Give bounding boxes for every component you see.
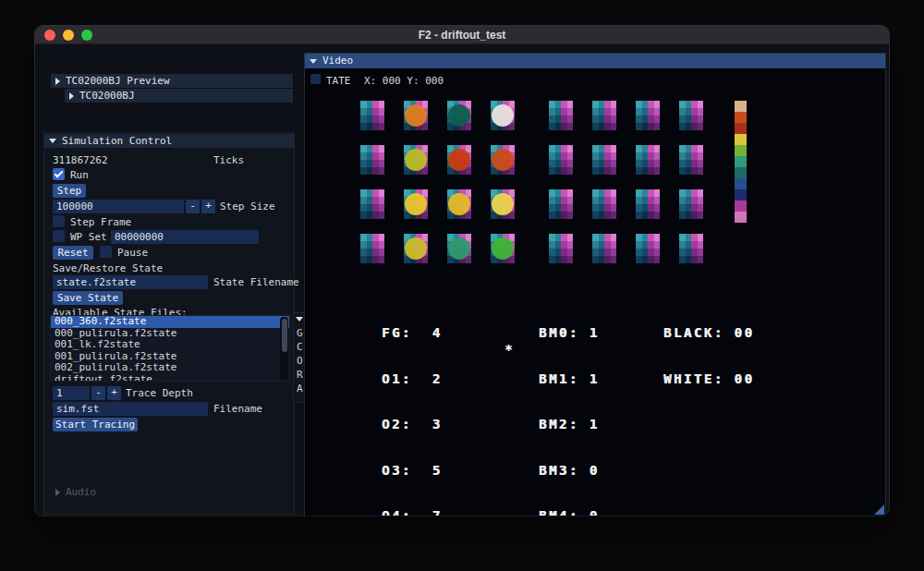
window-resize-grip[interactable]: [874, 504, 884, 515]
pattern-tile: [592, 234, 616, 263]
sprite-blob: [405, 149, 427, 171]
readout-line: WHITE: 00: [663, 371, 764, 387]
state-filename-input[interactable]: state.f2state: [53, 275, 208, 289]
sprite-blob: [492, 237, 514, 260]
chip-collapsing-header[interactable]: TC02000BJ: [65, 89, 293, 103]
save-state-button[interactable]: Save State: [53, 291, 123, 305]
app-window: F2 - driftout_test TC02000BJ Preview TC0…: [35, 26, 889, 516]
pattern-tile: [360, 101, 384, 130]
cursor-marker: *: [505, 342, 515, 358]
state-filename-label: State Filename: [213, 276, 299, 288]
layer-priority-readout: FG: 4 O1: 2 O2: 3 O3: 5 O4: 7 RZ: 0: [382, 295, 482, 516]
pattern-tile: [360, 234, 384, 263]
sprite-blob: [448, 104, 470, 127]
step-button[interactable]: Step: [53, 184, 86, 198]
pattern-tile: [679, 101, 703, 130]
pattern-tile: [636, 189, 660, 219]
state-file-item[interactable]: driftout.f2state: [51, 374, 289, 382]
occluded-label-fragment: R: [297, 369, 303, 381]
pattern-tile: [592, 101, 616, 130]
trace-filename-input[interactable]: sim.fst: [53, 402, 208, 416]
listbox-scrollbar[interactable]: [280, 317, 288, 380]
readout-line: FG: 4: [382, 325, 482, 341]
sprite-blob: [448, 237, 470, 260]
collapsed-arrow-icon: [55, 489, 60, 496]
wp-value-input[interactable]: 00000000: [111, 230, 259, 244]
step-size-label: Step Size: [220, 200, 275, 213]
expanded-arrow-icon: [296, 317, 303, 322]
readout-line: O2: 3: [382, 417, 482, 432]
preview-header-label: TC02000BJ Preview: [66, 74, 170, 88]
video-window-titlebar[interactable]: Video: [305, 54, 885, 68]
step-size-input[interactable]: 100000: [53, 200, 184, 213]
pattern-tile: [679, 234, 703, 263]
occluded-label-fragment: A: [297, 383, 303, 395]
simulation-control-header[interactable]: Simulation Control: [44, 134, 294, 148]
window-titlebar[interactable]: F2 - driftout_test: [35, 26, 889, 44]
occluded-label-fragment: O: [297, 355, 303, 367]
run-checkbox[interactable]: [53, 168, 65, 180]
palette-color-cell: [735, 156, 747, 167]
sprite-blob: [405, 193, 427, 215]
video-window-title: Video: [322, 54, 353, 68]
sprite-blob: [448, 149, 470, 171]
readout-line: BLACK: 00: [663, 325, 764, 341]
expanded-arrow-icon: [310, 59, 317, 64]
occluded-label-fragment: G: [297, 327, 303, 339]
save-restore-heading: Save/Restore State: [53, 262, 163, 274]
preview-collapsing-header[interactable]: TC02000BJ Preview: [51, 74, 293, 88]
audio-collapsing-header[interactable]: Audio: [51, 485, 287, 499]
pattern-tile: [549, 189, 573, 219]
listbox-scrollbar-thumb[interactable]: [282, 319, 287, 352]
readout-line: BM0: 1: [539, 325, 639, 341]
state-file-item[interactable]: 002_pulirula.f2state: [51, 362, 289, 374]
trace-filename-label: Filename: [213, 403, 262, 415]
expanded-arrow-icon: [49, 139, 56, 143]
pattern-tile: [549, 101, 573, 130]
step-size-decrement-button[interactable]: -: [186, 200, 200, 213]
sprite-blob: [448, 193, 470, 215]
palette-color-cell: [735, 212, 747, 223]
video-coordinates-readout: X: 000 Y: 000: [364, 75, 444, 87]
desktop-background: F2 - driftout_test TC02000BJ Preview TC0…: [0, 0, 924, 571]
palette-color-cell: [735, 123, 747, 134]
palette-color-cell: [735, 189, 747, 200]
pattern-tile: [636, 234, 660, 263]
wp-set-checkbox[interactable]: [53, 230, 65, 242]
readout-line: BM3: 0: [539, 463, 639, 479]
readout-line: BM1: 1: [539, 371, 639, 387]
pause-checkbox[interactable]: [100, 246, 112, 258]
sprite-blob: [492, 149, 514, 171]
readout-line: O3: 5: [382, 463, 482, 479]
start-tracing-button[interactable]: Start Tracing: [53, 418, 138, 431]
window-title: F2 - driftout_test: [35, 29, 889, 42]
pattern-tile: [592, 145, 616, 175]
app-content: TC02000BJ Preview TC02000BJ Simulation C…: [35, 45, 889, 516]
state-file-item[interactable]: 001_lk.f2state: [51, 339, 289, 351]
reset-button[interactable]: Reset: [53, 246, 93, 260]
trace-depth-increment-button[interactable]: +: [107, 386, 121, 400]
state-file-item[interactable]: 000_360.f2state: [51, 316, 289, 328]
pattern-tile: [549, 145, 573, 175]
pattern-tile: [549, 234, 573, 263]
trace-depth-decrement-button[interactable]: -: [91, 386, 105, 400]
readout-line: O4: 7: [382, 508, 482, 516]
collapsed-arrow-icon: [55, 78, 60, 85]
occluded-window-sliver: G C O R A: [294, 313, 305, 402]
palette-color-cell: [735, 101, 747, 112]
ticks-value: 311867262: [53, 154, 108, 166]
tate-checkbox[interactable]: [310, 74, 321, 84]
ticks-label: Ticks: [213, 154, 244, 166]
pattern-tile: [360, 189, 384, 219]
black-white-levels-readout: BLACK: 00 WHITE: 00: [663, 295, 764, 417]
step-size-increment-button[interactable]: +: [201, 200, 215, 213]
sprite-blob: [492, 104, 514, 127]
palette-color-cell: [735, 145, 747, 156]
palette-color-cell: [735, 200, 747, 212]
state-files-listbox[interactable]: 000_360.f2state 000_pulirula.f2state 001…: [51, 316, 289, 381]
sprite-blob: [405, 104, 427, 127]
trace-depth-input[interactable]: 1: [53, 386, 90, 400]
step-frame-checkbox[interactable]: [53, 215, 65, 227]
simulation-control-label: Simulation Control: [62, 134, 172, 148]
readout-line: BM4: 0: [539, 508, 639, 516]
